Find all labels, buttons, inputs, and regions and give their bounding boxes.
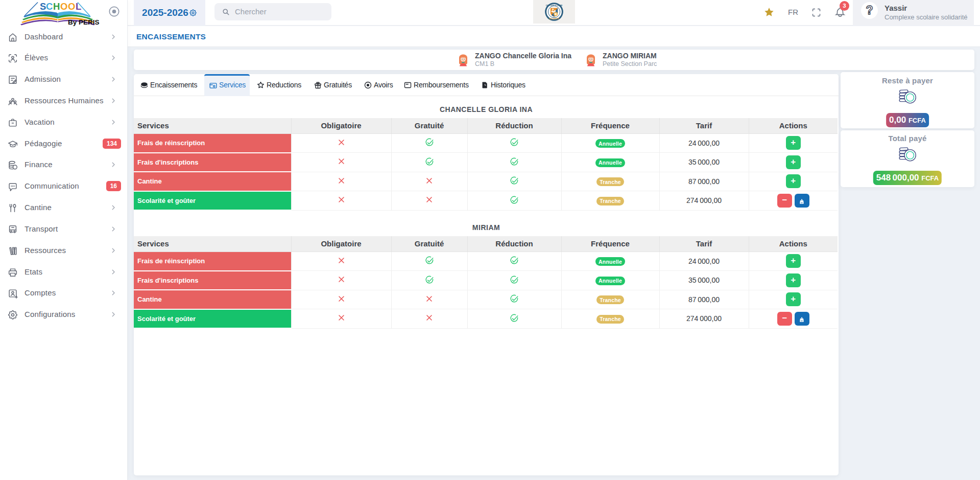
svg-text:C: C bbox=[46, 1, 53, 12]
svg-text:O: O bbox=[60, 1, 67, 12]
svg-text:COMPLEXE SCOLAIRE: COMPLEXE SCOLAIRE bbox=[546, 5, 563, 7]
svg-text:S: S bbox=[40, 1, 46, 12]
svg-text:L: L bbox=[76, 1, 81, 12]
svg-text:By PERIS: By PERIS bbox=[68, 18, 100, 26]
svg-text:O: O bbox=[68, 1, 75, 12]
svg-text:SOLIDARITÉ: SOLIDARITÉ bbox=[549, 17, 559, 20]
svg-text:H: H bbox=[53, 1, 60, 12]
